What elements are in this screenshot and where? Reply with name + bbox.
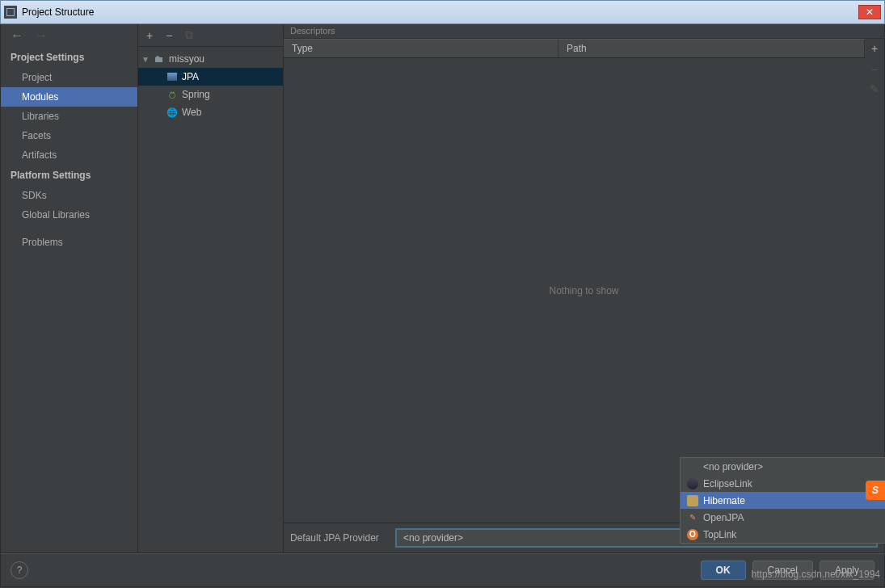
- option-label: OpenJPA: [703, 512, 744, 523]
- section-platform-settings: Platform Settings: [1, 165, 137, 186]
- add-module-icon[interactable]: +: [146, 29, 153, 42]
- option-openjpa[interactable]: ✎ OpenJPA: [681, 509, 885, 526]
- sidebar-item-artifacts[interactable]: Artifacts: [1, 145, 137, 165]
- provider-select-value: <no provider>: [403, 532, 463, 544]
- web-icon: 🌐: [166, 107, 179, 118]
- empty-state: Nothing to show: [284, 58, 884, 523]
- option-label: TopLink: [703, 529, 736, 540]
- ok-button[interactable]: OK: [701, 561, 746, 580]
- toplink-icon: O: [687, 529, 698, 540]
- jpa-icon: [166, 71, 179, 82]
- option-label: <no provider>: [703, 461, 763, 472]
- descriptors-table-header: Type Path: [284, 39, 865, 58]
- sidebar-item-modules[interactable]: Modules: [1, 87, 137, 107]
- tree-node-root[interactable]: ▼ 🖿 missyou: [138, 50, 283, 68]
- option-toplink[interactable]: O TopLink: [681, 526, 885, 543]
- add-descriptor-icon[interactable]: +: [865, 39, 884, 58]
- hibernate-icon: [687, 495, 698, 506]
- main-area: ← → Project Settings Project Modules Lib…: [0, 24, 885, 553]
- edit-descriptor-icon: ✎: [865, 79, 884, 99]
- col-path: Path: [558, 40, 865, 57]
- watermark: https://blog.csdn.net/xfx_1994: [752, 569, 880, 580]
- spring-icon: ⍥: [166, 89, 179, 100]
- window-title: Project Structure: [22, 6, 858, 18]
- tree-node-web[interactable]: 🌐 Web: [138, 103, 283, 121]
- forward-arrow-icon: →: [35, 28, 48, 43]
- app-icon: [4, 6, 17, 19]
- col-type: Type: [284, 40, 558, 57]
- sidebar-nav-toolbar: ← →: [1, 24, 137, 47]
- descriptors-table-wrap: Type Path +: [284, 39, 884, 58]
- help-button[interactable]: ?: [11, 561, 28, 579]
- sidebar-item-sdks[interactable]: SDKs: [1, 186, 137, 205]
- tree-node-jpa[interactable]: JPA: [138, 68, 283, 86]
- provider-dropdown-popup: <no provider> EclipseLink Hibernate ✎ Op…: [680, 457, 885, 544]
- openjpa-icon: ✎: [687, 512, 698, 523]
- option-no-provider[interactable]: <no provider>: [681, 458, 885, 475]
- sidebar-item-global-libraries[interactable]: Global Libraries: [1, 205, 137, 225]
- sidebar-item-libraries[interactable]: Libraries: [1, 107, 137, 126]
- chevron-down-icon[interactable]: ▼: [141, 55, 153, 64]
- content-panel: Descriptors Type Path + − ✎ Nothing to s…: [284, 24, 884, 552]
- option-hibernate[interactable]: Hibernate: [681, 492, 885, 509]
- sidebar-item-project[interactable]: Project: [1, 68, 137, 87]
- remove-descriptor-icon: −: [865, 60, 884, 79]
- module-tree-panel: + − ⧉ ▼ 🖿 missyou JPA ⍥ Spring 🌐: [138, 24, 284, 552]
- settings-sidebar: ← → Project Settings Project Modules Lib…: [1, 24, 138, 552]
- tree-spring-label: Spring: [182, 89, 210, 100]
- option-label: Hibernate: [703, 495, 745, 506]
- tree-web-label: Web: [182, 107, 201, 118]
- tree-body: ▼ 🖿 missyou JPA ⍥ Spring 🌐 Web: [138, 47, 283, 124]
- sidebar-item-problems[interactable]: Problems: [1, 233, 137, 252]
- tree-toolbar: + − ⧉: [138, 24, 283, 47]
- eclipselink-icon: [687, 478, 698, 489]
- tree-root-label: missyou: [169, 53, 204, 65]
- copy-module-icon: ⧉: [185, 28, 193, 42]
- floating-badge[interactable]: S: [866, 481, 885, 500]
- option-label: EclipseLink: [703, 478, 752, 489]
- back-arrow-icon[interactable]: ←: [11, 28, 23, 43]
- sidebar-item-facets[interactable]: Facets: [1, 126, 137, 145]
- descriptors-title: Descriptors: [284, 24, 884, 39]
- remove-module-icon[interactable]: −: [166, 29, 172, 42]
- close-button[interactable]: ✕: [858, 5, 881, 19]
- tree-node-spring[interactable]: ⍥ Spring: [138, 86, 283, 103]
- titlebar: Project Structure ✕: [0, 0, 885, 24]
- provider-label: Default JPA Provider: [290, 532, 389, 544]
- section-project-settings: Project Settings: [1, 47, 137, 68]
- table-actions: +: [865, 39, 884, 58]
- option-eclipselink[interactable]: EclipseLink: [681, 475, 885, 492]
- tree-jpa-label: JPA: [182, 71, 199, 82]
- folder-icon: 🖿: [153, 53, 166, 65]
